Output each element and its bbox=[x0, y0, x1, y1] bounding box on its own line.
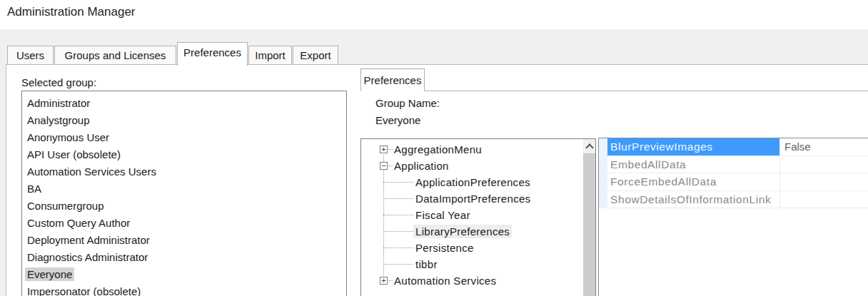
preferences-grid[interactable]: BlurPreviewImages False EmbedAllData For… bbox=[598, 138, 868, 296]
tree-guide-line bbox=[383, 264, 413, 265]
tab-export[interactable]: Export bbox=[293, 46, 338, 64]
tree-item[interactable]: tibbr bbox=[361, 256, 583, 272]
list-item-selected[interactable]: Everyone bbox=[22, 266, 346, 283]
tree-item[interactable]: Persistence bbox=[361, 240, 583, 256]
property-value-cell[interactable] bbox=[779, 173, 868, 190]
grid-row-gutter bbox=[599, 138, 607, 155]
group-name-value: Everyone bbox=[375, 114, 420, 126]
tree-collapse-icon[interactable]: − bbox=[380, 162, 388, 170]
tree-rows: + AggregationMenu − Application Applicat… bbox=[361, 141, 583, 289]
grid-row-gutter bbox=[599, 191, 607, 208]
scrollbar-thumb[interactable] bbox=[583, 153, 595, 296]
tree-item[interactable]: DataImportPreferences bbox=[361, 190, 583, 207]
grid-row[interactable]: ForceEmbedAllData bbox=[599, 173, 868, 191]
list-item[interactable]: Deployment Administrator bbox=[22, 232, 346, 249]
property-name-cell[interactable]: EmbedAllData bbox=[607, 156, 779, 173]
tree-item[interactable]: + AggregationMenu bbox=[361, 141, 583, 158]
tree-item[interactable]: ApplicationPreferences bbox=[361, 174, 583, 190]
preferences-subtab[interactable]: Preferences bbox=[360, 68, 425, 91]
tree-item[interactable]: − Application bbox=[361, 158, 583, 174]
tree-item[interactable]: Fiscal Year bbox=[361, 207, 583, 223]
tab-import[interactable]: Import bbox=[248, 46, 292, 64]
tree-scrollbar[interactable] bbox=[583, 139, 595, 296]
property-name-cell[interactable]: ShowDetailsOfInformationLink bbox=[607, 191, 779, 208]
subtab-strip-divider bbox=[360, 91, 868, 91]
tab-groups-and-licenses[interactable]: Groups and Licenses bbox=[54, 46, 176, 64]
tree-item-selected[interactable]: LibraryPreferences bbox=[361, 223, 583, 240]
property-name-cell[interactable]: ForceEmbedAllData bbox=[607, 173, 779, 190]
tree-expand-icon[interactable]: + bbox=[380, 146, 388, 153]
list-item[interactable]: Analystgroup bbox=[22, 112, 346, 129]
tab-users[interactable]: Users bbox=[7, 46, 54, 64]
tree-guide-line bbox=[383, 215, 413, 215]
list-item[interactable]: Automation Services Users bbox=[22, 163, 346, 180]
tree-item[interactable]: + Automation Services bbox=[361, 272, 583, 289]
tree-guide-line bbox=[388, 280, 393, 281]
tree-expand-icon[interactable]: + bbox=[380, 277, 388, 285]
grid-row[interactable]: ShowDetailsOfInformationLink bbox=[599, 191, 868, 209]
list-item[interactable]: Anonymous User bbox=[22, 129, 346, 146]
group-listbox[interactable]: Administrator Analystgroup Anonymous Use… bbox=[21, 91, 347, 296]
chevron-up-icon bbox=[585, 143, 593, 151]
tree-guide-line bbox=[388, 165, 393, 166]
tree-guide-line bbox=[383, 182, 413, 183]
property-value-cell[interactable] bbox=[779, 191, 868, 208]
property-value-cell[interactable] bbox=[779, 156, 868, 173]
list-item[interactable]: Diagnostics Administrator bbox=[22, 249, 346, 266]
list-item[interactable]: BA bbox=[22, 180, 346, 198]
grid-row-gutter bbox=[599, 156, 607, 173]
selected-group-label: Selected group: bbox=[21, 76, 96, 88]
grid-row-gutter bbox=[599, 173, 607, 190]
grid-row-selected[interactable]: BlurPreviewImages False bbox=[599, 138, 868, 156]
tree-guide-line bbox=[383, 198, 413, 199]
property-name-cell[interactable]: BlurPreviewImages bbox=[607, 138, 779, 155]
scroll-up-button[interactable] bbox=[583, 139, 595, 153]
preferences-tree[interactable]: + AggregationMenu − Application Applicat… bbox=[360, 138, 596, 296]
group-name-label: Group Name: bbox=[375, 97, 440, 109]
grid-row[interactable]: EmbedAllData bbox=[599, 156, 868, 174]
property-value-cell[interactable]: False bbox=[779, 138, 868, 155]
tree-guide-line bbox=[383, 247, 413, 248]
window-title: Administration Manager bbox=[7, 5, 136, 19]
list-item[interactable]: Consumergroup bbox=[22, 198, 346, 215]
list-item[interactable]: Impersonator (obsolete) bbox=[22, 283, 346, 296]
list-item[interactable]: API User (obsolete) bbox=[22, 146, 346, 163]
list-item[interactable]: Custom Query Author bbox=[22, 215, 346, 232]
list-item[interactable]: Administrator bbox=[22, 95, 346, 112]
tree-guide-line bbox=[383, 231, 413, 232]
tree-guide-line bbox=[388, 149, 393, 150]
tab-preferences[interactable]: Preferences bbox=[177, 42, 248, 66]
